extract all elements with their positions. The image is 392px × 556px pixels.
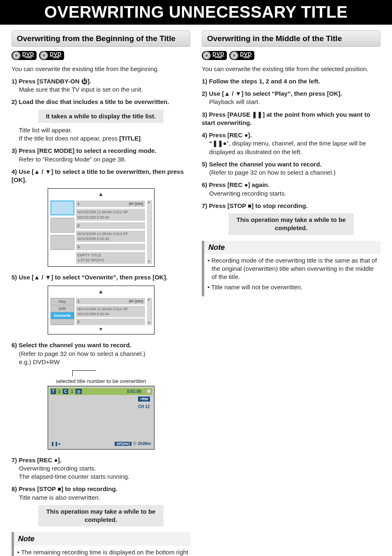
- pause-icon: ❚❚: [252, 111, 263, 118]
- pause-rec-icon: ❚❚●: [51, 441, 61, 446]
- callout-load: It takes a while to display the title li…: [38, 110, 164, 123]
- badge-dvd-plus-rw: DVD+RW: [202, 51, 227, 60]
- callout-wait-right: This operation may take a while to be co…: [228, 213, 354, 235]
- step-l5: 5) Use [▲ / ▼] to select “Overwrite”, th…: [12, 273, 190, 281]
- step-r6: 6) Press [REC ●] again. Overwriting reco…: [202, 181, 380, 198]
- up-icon: ▲: [34, 168, 40, 175]
- figure-tv-screen: selected title number to be overwritten …: [12, 370, 190, 450]
- disc-icon: [146, 389, 151, 394]
- step-r3: 3) Press [PAUSE ❚❚] at the point from wh…: [202, 111, 380, 127]
- down-icon: ▼: [99, 326, 104, 332]
- disc-icon: [230, 51, 238, 60]
- power-icon: ⏻: [81, 78, 88, 85]
- section-title-right: Overwriting in the Middle of the Title: [202, 30, 380, 47]
- step-l6: 6) Select the channel you want to record…: [12, 341, 190, 366]
- intro-right: You can overwrite the existing title fro…: [202, 65, 380, 73]
- badge-dvd-minus-rw: DVD–RW: [39, 51, 64, 60]
- step-r7: 7) Press [STOP ■] to stop recording. Thi…: [202, 202, 380, 235]
- page-title: OVERWRITING UNNECESSARY TITLE: [0, 0, 392, 25]
- callout-wait-left: This operation may take a while to be co…: [38, 505, 164, 527]
- step-l2: 2) Load the disc that includes a title t…: [12, 98, 190, 143]
- col-right: Overwriting in the Middle of the Title D…: [202, 30, 380, 556]
- columns: Overwriting from the Beginning of the Ti…: [12, 30, 380, 556]
- section-title-left: Overwriting from the Beginning of the Ti…: [12, 30, 190, 47]
- step-r4: 4) Press [REC ●]. “❚❚●”, display menu, c…: [202, 131, 380, 156]
- thumb-3: [51, 235, 74, 250]
- intro-left: You can overwrite the existing title fro…: [12, 65, 190, 73]
- clock-icon: ◷: [76, 389, 82, 395]
- down-icon: ▼: [45, 274, 51, 281]
- down-icon: ▼: [235, 90, 242, 97]
- step-r2: 2) Use [▲ / ▼] to select “Play”, then pr…: [202, 90, 380, 106]
- thumb-2: [51, 218, 74, 233]
- up-icon: ▲: [34, 274, 40, 281]
- thumb-1: [51, 201, 74, 215]
- disc-icon: [203, 51, 211, 60]
- stop-icon: ■: [58, 485, 61, 492]
- step-l8: 8) Press [STOP ■] to stop recording. Tit…: [12, 485, 190, 526]
- step-l7: 7) Press [REC ●]. Overwriting recording …: [12, 456, 190, 481]
- badge-dvd-plus-rw: DVD+RW: [12, 51, 37, 60]
- step-r5: 5) Select the channel you want to record…: [202, 160, 380, 177]
- figure-title-list: ▲ 1SP (2Hr) NOV/21/08 11:00AM CH12 SPNOV…: [12, 188, 190, 266]
- context-menu: Play Edit Overwrite: [51, 298, 74, 325]
- disc-badges-left: DVD+RW DVD–RW: [12, 51, 190, 60]
- down-icon: ▼: [45, 168, 51, 175]
- up-icon: ▲: [224, 90, 230, 97]
- note-right: Note Recording mode of the overwriting t…: [202, 241, 380, 296]
- disc-badges-right: DVD+RW DVD–RW: [202, 51, 380, 60]
- up-icon: ▲: [98, 191, 104, 197]
- disc-icon: [12, 51, 21, 60]
- up-icon: ▲: [98, 288, 104, 295]
- scrollbar: [148, 298, 152, 325]
- moon-icon: [133, 441, 137, 445]
- step-l1: 1) Press [STANDBY-ON ⏻]. Make sure that …: [12, 77, 190, 94]
- stop-icon: ■: [248, 202, 251, 209]
- col-left: Overwriting from the Beginning of the Ti…: [12, 30, 190, 556]
- disc-icon: [40, 51, 48, 60]
- step-r1: 1) Follow the steps 1, 2 and 4 on the le…: [202, 77, 380, 85]
- step-l3: 3) Press [REC MODE] to select a recordin…: [12, 147, 190, 164]
- badge-dvd-minus-rw: DVD–RW: [229, 51, 254, 60]
- scrollbar: [148, 201, 152, 263]
- figure-overwrite-menu: ▲ Play Edit Overwrite 1SP (2Hr) NOV/21/0…: [12, 286, 190, 335]
- note-left: Note The remaining recording time is dis…: [12, 532, 190, 556]
- pause-rec-icon: ❚❚●: [212, 140, 227, 147]
- step-l4: 4) Use [▲ / ▼] to select a title to be o…: [12, 168, 190, 185]
